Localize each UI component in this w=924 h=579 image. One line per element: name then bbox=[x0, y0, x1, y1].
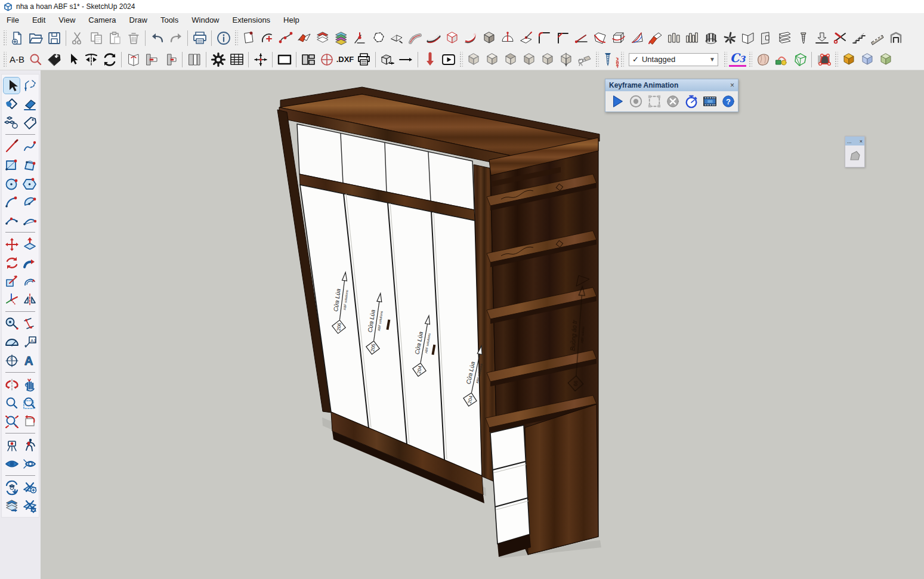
ab-tool[interactable]: A-B bbox=[8, 51, 26, 69]
mini-panel-body[interactable] bbox=[845, 145, 864, 167]
ext-spiral-tool[interactable] bbox=[720, 29, 738, 47]
ext-panel-fold-tool[interactable] bbox=[738, 29, 757, 47]
protractor-tool[interactable] bbox=[3, 333, 20, 351]
previous-view-tool[interactable] bbox=[21, 413, 38, 430]
cutlist-table-tool[interactable] bbox=[227, 51, 246, 69]
ext-columns-wave-tool[interactable] bbox=[683, 29, 702, 47]
add-tag-tool[interactable] bbox=[45, 51, 63, 69]
ext-dome-tool[interactable] bbox=[498, 29, 517, 47]
ext-crayon-tool[interactable] bbox=[646, 29, 665, 47]
toolbar-grip[interactable] bbox=[595, 52, 599, 67]
paste-button[interactable] bbox=[106, 29, 124, 47]
ext-fold-tool[interactable] bbox=[295, 29, 313, 47]
ext-panel-side-tool[interactable] bbox=[757, 29, 775, 47]
ext-sail-tool[interactable] bbox=[628, 29, 646, 47]
ext-hexagon-tool[interactable] bbox=[369, 29, 387, 47]
kf-help-button[interactable]: ? bbox=[721, 94, 736, 109]
ext-angle-tool[interactable] bbox=[572, 29, 591, 47]
axes-tool[interactable] bbox=[3, 291, 20, 308]
freehand-tool[interactable] bbox=[21, 138, 38, 155]
menu-window[interactable]: Window bbox=[185, 14, 225, 26]
threed-text-tool[interactable]: A bbox=[21, 352, 38, 369]
play-export-tool[interactable] bbox=[439, 51, 458, 69]
rectangle-tool[interactable] bbox=[3, 156, 20, 174]
delete-button[interactable] bbox=[124, 29, 143, 47]
scale-tool[interactable] bbox=[3, 273, 20, 290]
close-icon[interactable]: × bbox=[730, 81, 734, 89]
export-arrow-tool[interactable] bbox=[397, 51, 415, 69]
sync-rotate-tool[interactable] bbox=[100, 51, 119, 69]
ext-ramp-tool[interactable] bbox=[868, 29, 886, 47]
ext-columns-tool[interactable] bbox=[665, 29, 683, 47]
view-iso-button[interactable] bbox=[483, 51, 501, 69]
section-flip-tool[interactable] bbox=[3, 376, 20, 393]
flatten-a-tool[interactable] bbox=[21, 479, 38, 496]
toolbar-grip[interactable] bbox=[620, 52, 624, 67]
dxf-label[interactable]: .DXF bbox=[336, 51, 354, 69]
keyframe-toolbar-titlebar[interactable]: Keyframe Animation × bbox=[605, 79, 738, 91]
ext-corner-round-tool[interactable] bbox=[535, 29, 554, 47]
ext-pipe-tool[interactable] bbox=[406, 29, 424, 47]
ext-shelf-stack-tool[interactable] bbox=[775, 29, 794, 47]
download-red-tool[interactable] bbox=[421, 51, 439, 69]
save-button[interactable] bbox=[45, 29, 63, 47]
abf-screw-tool[interactable]: ABF_ bbox=[600, 51, 619, 69]
c3-logo[interactable]: C3 bbox=[728, 51, 747, 69]
ext-corner-angle-tool[interactable] bbox=[554, 29, 572, 47]
search-tool[interactable] bbox=[26, 51, 45, 69]
kf-play-button[interactable] bbox=[610, 94, 625, 109]
toolbar-grip[interactable] bbox=[2, 30, 7, 46]
flip-horizontal-tool[interactable] bbox=[82, 51, 100, 69]
gem-tool[interactable] bbox=[790, 51, 809, 69]
kf-film-button[interactable] bbox=[703, 94, 717, 109]
columns-view-tool[interactable] bbox=[185, 51, 203, 69]
toolbar-grip[interactable] bbox=[234, 30, 238, 46]
follow-me-tool[interactable] bbox=[21, 254, 38, 271]
circle-tool[interactable] bbox=[3, 175, 20, 192]
kf-marquee-button[interactable] bbox=[647, 94, 662, 109]
ext-layers-red-tool[interactable] bbox=[313, 29, 332, 47]
ext-note-tool[interactable] bbox=[239, 29, 258, 47]
toolbar-grip[interactable] bbox=[2, 52, 7, 67]
text-tool[interactable]: A1 bbox=[21, 333, 38, 351]
ext-band-tool[interactable] bbox=[424, 29, 443, 47]
open-button[interactable] bbox=[26, 29, 45, 47]
select-cursor-tool[interactable] bbox=[63, 51, 82, 69]
ext-solid-tool[interactable] bbox=[480, 29, 498, 47]
ext-layers-color-tool[interactable] bbox=[332, 29, 350, 47]
components-tool[interactable] bbox=[3, 114, 20, 131]
view-front-button[interactable] bbox=[520, 51, 538, 69]
three-point-arc-tool[interactable] bbox=[21, 212, 38, 229]
two-point-arc-tool[interactable] bbox=[3, 212, 20, 229]
tape-measure-tool[interactable] bbox=[3, 315, 20, 332]
component-sync-tool[interactable] bbox=[3, 479, 20, 496]
look-around-tool[interactable] bbox=[3, 455, 20, 472]
axes-compass-tool[interactable]: C bbox=[3, 352, 20, 369]
view-right-button[interactable] bbox=[538, 51, 557, 69]
dimension-tool[interactable] bbox=[21, 315, 38, 332]
box-blue-tool[interactable] bbox=[858, 51, 876, 69]
ext-screw-tool[interactable] bbox=[794, 29, 812, 47]
move-cross-tool[interactable] bbox=[251, 51, 270, 69]
pie-tool[interactable] bbox=[21, 193, 38, 210]
menu-help[interactable]: Help bbox=[277, 14, 306, 26]
ext-box-edges-tool[interactable] bbox=[443, 29, 461, 47]
menu-camera[interactable]: Camera bbox=[82, 14, 122, 26]
settings-gear-tool[interactable] bbox=[209, 51, 227, 69]
kf-cancel-button[interactable] bbox=[666, 94, 680, 109]
paint-bucket-tool[interactable] bbox=[3, 95, 20, 113]
redo-button[interactable] bbox=[166, 29, 185, 47]
lasso-tool[interactable] bbox=[21, 77, 38, 94]
dxf-print-tool[interactable] bbox=[354, 51, 373, 69]
ext-scissors-tool[interactable] bbox=[831, 29, 849, 47]
box-yellow-tool[interactable] bbox=[839, 51, 858, 69]
ext-path-points-tool[interactable] bbox=[276, 29, 295, 47]
menu-tools[interactable]: Tools bbox=[154, 14, 185, 26]
model-viewport[interactable]: 206 Cửa Lùa ABF solutions 205 Cửa Lùa AB… bbox=[41, 70, 924, 579]
clay-tools[interactable] bbox=[772, 51, 790, 69]
pan-tool[interactable] bbox=[21, 376, 38, 393]
rotate-tool[interactable] bbox=[3, 254, 20, 271]
view-top-button[interactable] bbox=[501, 51, 520, 69]
position-camera-tool[interactable] bbox=[3, 436, 20, 454]
frame-rect-tool[interactable] bbox=[275, 51, 293, 69]
